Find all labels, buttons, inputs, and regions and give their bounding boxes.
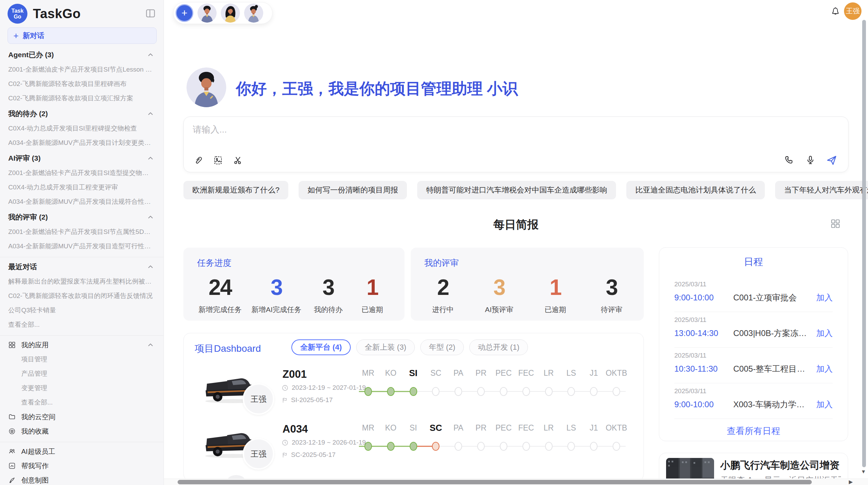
recent-chat-item[interactable]: C02-飞腾新能源轻客改款项目的闭环通告反馈情况	[0, 289, 164, 303]
suggestion-chip[interactable]: 比亚迪全固态电池计划具体说了什么	[626, 181, 765, 199]
sidebar-item-ai-employees[interactable]: AI超级员工	[0, 444, 164, 459]
chevron-up-icon	[148, 157, 153, 160]
section-header-my-todo[interactable]: 我的待办 (2)	[0, 106, 164, 121]
scroll-right-arrow-icon[interactable]: ▶	[849, 479, 853, 485]
new-chat-button[interactable]: + 新对话	[8, 27, 157, 44]
event-time: 9:00-10:00	[674, 400, 733, 409]
suggestion-chip[interactable]: 如何写一份清晰的项目周报	[299, 181, 407, 199]
sidebar-item[interactable]: C02-飞腾新能源轻客改款项目里程碑画布	[0, 77, 164, 91]
section-header-ai-review[interactable]: AI评审 (3)	[0, 151, 164, 166]
project-flag-date: SI-2025-05-17	[282, 396, 333, 404]
milestone-dot-PEC	[500, 387, 507, 396]
scroll-down-arrow-icon[interactable]: ▼	[861, 469, 866, 474]
sidebar-item[interactable]: Z001-全新燃油轻卡产品开发项目SI节点属性5D文件评审	[0, 225, 164, 239]
user-avatar[interactable]: 王强	[844, 2, 861, 20]
add-agent-button[interactable]: +	[176, 4, 193, 22]
metric-label: 新增完成任务	[198, 305, 242, 314]
view-all-chats[interactable]: 查看全部...	[0, 318, 164, 332]
recent-chat-item[interactable]: 解释最新出台的欧盟报废车法规再生塑料比例被调至15%...	[0, 274, 164, 289]
project-row[interactable]: 王强 Z001 2023-12-19 ~ 2027-01-19 SI-2025-…	[184, 372, 643, 426]
milestone-dot-PA	[455, 442, 462, 451]
sidebar-item-help-write[interactable]: 帮我写作	[0, 459, 164, 473]
milestone-label-FEC: FEC	[515, 369, 538, 378]
sidebar-item[interactable]: Z001-全新燃油轻卡产品开发项目SI造型提交物评审	[0, 166, 164, 180]
milestone-dot-KO	[387, 387, 395, 396]
sidebar-item[interactable]: C0X4-动力总成开发项目SI里程碑提交物检查	[0, 121, 164, 136]
filter-chip[interactable]: 全新上装 (3)	[356, 339, 415, 355]
schedule-event: 2025/03/11 13:00-14:30 C003|H0B-方案冻结评审 加…	[674, 312, 833, 348]
attach-file-icon[interactable]	[192, 154, 204, 166]
recent-chat-item[interactable]: 公司Q3轻卡销量	[0, 303, 164, 318]
app-item-change-mgmt[interactable]: 变更管理	[0, 381, 164, 395]
sidebar-item[interactable]: C02-飞腾新能源轻客改款项目立项汇报方案	[0, 91, 164, 105]
project-row[interactable]: 王强 A034 2023-12-19 ~ 2026-01-19 SC-2025-…	[184, 426, 643, 481]
notification-bell-icon[interactable]	[830, 5, 841, 16]
horizontal-scrollbar[interactable]: ▶	[164, 478, 868, 485]
suggestion-chip[interactable]: 特朗普可能对进口汽车增税会对中国车企造成哪些影响	[417, 181, 616, 199]
microphone-icon[interactable]	[804, 154, 817, 166]
cloud-space-label: 我的云空间	[21, 412, 153, 422]
metric-label: 已逾期	[355, 305, 389, 314]
agent-avatar[interactable]	[244, 3, 263, 23]
divider	[0, 335, 164, 336]
project-flag-date: SC-2025-05-17	[282, 451, 336, 459]
section-header-recent-chats[interactable]: 最近对话	[0, 259, 164, 274]
join-meeting-link[interactable]: 加入	[816, 292, 833, 303]
event-name: C003|H0B-方案冻结评审	[733, 328, 811, 339]
sidebar-item[interactable]: C0X4-动力总成开发项目工程变更评审	[0, 180, 164, 195]
sidebar-item-creative-draw[interactable]: 创意制图	[0, 473, 164, 485]
join-meeting-link[interactable]: 加入	[816, 363, 833, 374]
image-upload-icon[interactable]	[212, 154, 224, 166]
join-meeting-link[interactable]: 加入	[816, 328, 833, 339]
agent-avatar[interactable]	[197, 3, 217, 23]
milestone-dot-SC	[432, 387, 439, 396]
event-time: 13:00-14:30	[674, 328, 733, 338]
filter-chip[interactable]: 动总开发 (1)	[469, 339, 528, 355]
sidebar-item-favorites[interactable]: 我的收藏	[0, 424, 164, 438]
suggestion-chip[interactable]: 当下年轻人对汽车外观有怎样的喜好趋势	[775, 181, 868, 199]
milestone-dot-LS	[567, 442, 575, 451]
layout-grid-icon[interactable]	[830, 219, 841, 229]
milestone-label-KO: KO	[379, 423, 402, 433]
taskgo-app: Task Go TaskGo + 新对话 Agent已办 (3) Z001-全新…	[0, 0, 868, 485]
agent-avatar[interactable]	[221, 3, 240, 23]
scissors-icon[interactable]	[232, 154, 244, 166]
app-item-project-mgmt[interactable]: 项目管理	[0, 352, 164, 366]
app-item-product-mgmt[interactable]: 产品管理	[0, 366, 164, 381]
chat-input[interactable]	[193, 124, 741, 146]
horizontal-scrollbar-thumb[interactable]	[178, 480, 812, 484]
main-area: +	[164, 0, 868, 485]
view-all-apps[interactable]: 查看全部...	[0, 395, 164, 410]
metric-new-ai-completed: 3 新增AI完成任务	[251, 275, 301, 314]
milestone-label-LS: LS	[560, 369, 582, 378]
milestone-label-LS: LS	[560, 423, 582, 433]
vertical-scrollbar-thumb[interactable]	[862, 20, 866, 467]
chevron-up-icon	[148, 343, 153, 347]
milestone-dot-LR	[545, 387, 553, 396]
filter-chip[interactable]: 年型 (2)	[420, 339, 464, 355]
view-all-schedule-link[interactable]: 查看所有日程	[659, 419, 848, 441]
filter-chip[interactable]: 全新平台 (4)	[291, 339, 351, 355]
sidebar-item[interactable]: A034-全新新能源MUV产品开发项目计划变更类编写	[0, 136, 164, 150]
section-header-my-review[interactable]: 我的评审 (2)	[0, 210, 164, 225]
milestone-dot-SC	[432, 442, 439, 451]
sidebar-item-cloud-space[interactable]: 我的云空间	[0, 410, 164, 424]
send-icon[interactable]	[825, 154, 838, 166]
sidebar-item[interactable]: A034-全新新能源MUV产品开发项目造型可行性评审	[0, 239, 164, 253]
suggestion-chip[interactable]: 欧洲新规最近颁布了什么?	[183, 181, 288, 199]
sidebar-item[interactable]: A034-全新新能源MUV产品开发项目法规符合性评审	[0, 195, 164, 209]
dashboard-filters: 全新平台 (4) 全新上装 (3) 年型 (2) 动总开发 (1)	[291, 339, 528, 355]
milestone-label-PR: PR	[470, 369, 492, 378]
section-header-agent-done[interactable]: Agent已办 (3)	[0, 47, 164, 62]
metric-value: 24	[198, 275, 242, 300]
project-owner-avatar: 王强	[243, 383, 274, 415]
section-title: AI评审 (3)	[8, 153, 41, 163]
event-name: C005-整车工程目标评审	[733, 363, 811, 374]
collapse-sidebar-icon[interactable]	[146, 9, 155, 18]
milestone-dot-FEC	[522, 387, 530, 396]
sidebar-item-my-apps[interactable]: 我的应用	[0, 338, 164, 352]
sidebar-item[interactable]: Z001-全新燃油皮卡产品开发项目SI节点Lesson Learn报告	[0, 62, 164, 77]
join-meeting-link[interactable]: 加入	[816, 399, 833, 410]
milestone-label-SC: SC	[424, 369, 447, 378]
voice-call-icon[interactable]	[783, 154, 795, 166]
